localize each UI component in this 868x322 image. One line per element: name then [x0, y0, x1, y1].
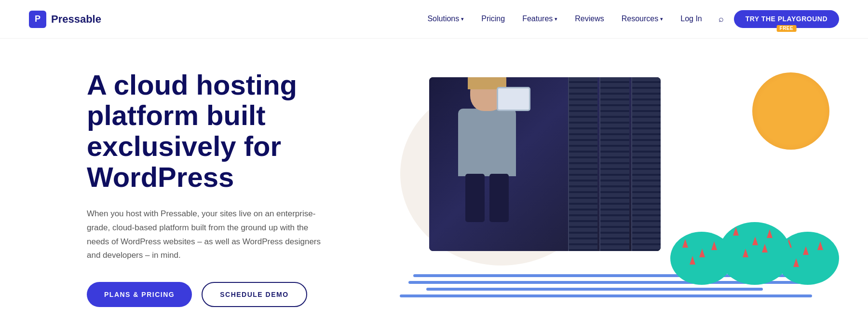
chevron-down-icon: ▾	[660, 16, 663, 22]
hero-section: A cloud hosting platform built exclusive…	[0, 39, 868, 322]
cloud-decoration	[670, 222, 839, 285]
logo[interactable]: P Pressable	[29, 11, 101, 28]
logo-icon: P	[29, 11, 46, 28]
spike-icon	[682, 239, 688, 248]
server-rack-3	[631, 77, 661, 251]
hero-content: A cloud hosting platform built exclusive…	[87, 70, 352, 308]
hero-title: A cloud hosting platform built exclusive…	[87, 70, 352, 193]
nav-item-reviews[interactable]: Reviews	[568, 11, 610, 27]
search-icon: ⌕	[719, 14, 724, 24]
spike-icon	[690, 256, 695, 265]
chevron-down-icon: ▾	[555, 16, 557, 22]
header: P Pressable Solutions ▾ Pricing Features…	[0, 0, 868, 39]
server-racks	[568, 77, 661, 251]
wave-line-4	[400, 294, 813, 297]
try-playground-button[interactable]: TRY THE PLAYGROUND FREE	[734, 10, 839, 28]
orange-circle-decoration	[752, 72, 829, 150]
person-body	[458, 109, 516, 176]
main-nav: Solutions ▾ Pricing Features ▾ Reviews R…	[420, 10, 839, 28]
spike-icon	[817, 241, 823, 250]
nav-item-solutions[interactable]: Solutions ▾	[420, 11, 471, 27]
spike-icon	[752, 237, 758, 245]
hero-buttons: PLANS & PRICING SCHEDULE DEMO	[87, 282, 352, 307]
cloud-bubble-2	[719, 222, 791, 285]
spike-icon	[733, 227, 739, 236]
server-rack-1	[568, 77, 597, 251]
person-tablet	[497, 87, 530, 111]
schedule-demo-button[interactable]: SCHEDULE DEMO	[202, 282, 307, 307]
plans-pricing-button[interactable]: PLANS & PRICING	[87, 282, 192, 307]
logo-text: Pressable	[51, 13, 101, 26]
spike-icon	[767, 229, 773, 238]
spike-icon	[743, 249, 748, 257]
spike-icon	[711, 241, 717, 250]
person-legs	[458, 174, 516, 222]
nav-item-resources[interactable]: Resources ▾	[615, 11, 670, 27]
hero-image	[429, 77, 661, 251]
spike-icon	[803, 246, 809, 255]
wave-line-3	[426, 288, 763, 291]
server-rack-2	[599, 77, 629, 251]
free-badge: FREE	[777, 25, 797, 32]
nav-item-features[interactable]: Features ▾	[515, 11, 564, 27]
hero-visual	[391, 68, 839, 309]
hero-description: When you host with Pressable, your sites…	[87, 207, 328, 263]
spike-icon	[762, 244, 768, 252]
spike-icon	[699, 249, 705, 257]
person-figure	[458, 77, 516, 222]
chevron-down-icon: ▾	[461, 16, 464, 22]
spike-icon	[793, 258, 799, 267]
search-button[interactable]: ⌕	[713, 10, 730, 28]
nav-item-pricing[interactable]: Pricing	[475, 11, 512, 27]
nav-item-login[interactable]: Log In	[674, 11, 708, 27]
photo-background	[429, 77, 661, 251]
